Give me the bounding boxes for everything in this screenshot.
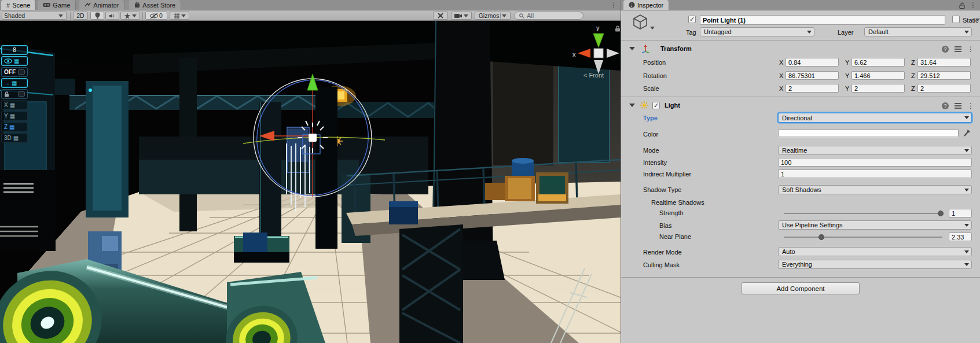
inspector-tabbar: i Inspector ⋮	[621, 0, 980, 10]
grid-visibility-button[interactable]	[170, 12, 189, 20]
light-component-icon	[640, 101, 649, 110]
preset-icon[interactable]	[955, 46, 961, 52]
tab-scene[interactable]: # Scene	[1, 0, 36, 10]
render-mode-dropdown[interactable]: Auto	[778, 247, 972, 256]
grid-visibility-toggle[interactable]: ▦	[1, 56, 28, 66]
inspector-menu-icon[interactable]: ⋮	[970, 1, 977, 9]
culling-mask-value: Everything	[782, 261, 812, 268]
axis-x-label: X	[4, 102, 8, 108]
tag-value: Untagged	[704, 28, 732, 35]
rotation-x-field[interactable]: 86.75301	[786, 71, 839, 80]
scale-x-field[interactable]: 2	[786, 84, 839, 93]
near-plane-slider[interactable]	[784, 233, 942, 241]
speaker-icon	[109, 13, 116, 19]
culling-mask-dropdown[interactable]: Everything	[778, 260, 972, 269]
strength-slider[interactable]	[784, 209, 942, 217]
light-type-dropdown[interactable]: Directional	[778, 113, 972, 123]
indirect-multiplier-label: Indirect Multiplier	[643, 171, 691, 178]
scene-viewport[interactable]: 8 ▦ OFF → ▦ X	[0, 21, 621, 343]
help-icon[interactable]: ?	[942, 102, 949, 109]
snap-value-button[interactable]: 8	[1, 45, 28, 55]
scene-camera-button[interactable]	[451, 12, 472, 20]
toggle-2d-button[interactable]: 2D	[73, 12, 88, 20]
component-menu-icon[interactable]: ⋮	[967, 102, 974, 110]
eye-slash-icon	[150, 13, 158, 19]
scene-effects-button[interactable]	[120, 12, 140, 20]
position-x-field[interactable]: 0.84	[786, 58, 839, 67]
tab-animator[interactable]: Animator	[79, 0, 124, 10]
tab-inspector-label: Inspector	[637, 2, 663, 9]
foldout-icon[interactable]	[629, 47, 635, 50]
snap-off-label: OFF	[4, 69, 16, 75]
hidden-objects-button[interactable]: 0	[145, 12, 167, 20]
arrow-right-icon: →	[4, 80, 10, 86]
scene-audio-button[interactable]	[105, 12, 119, 20]
rotation-z-field[interactable]: 29.512	[917, 71, 971, 80]
near-plane-field[interactable]: 2.33	[949, 233, 972, 241]
layer-label: Layer	[838, 29, 854, 36]
light-intensity-field[interactable]: 100	[778, 158, 972, 167]
asset-store-bag-icon	[134, 2, 140, 8]
layer-dropdown[interactable]: Default	[864, 27, 972, 36]
gameobject-name: Point Light (1)	[703, 17, 746, 24]
gizmo-cube[interactable]	[594, 49, 603, 58]
draw-mode-dropdown[interactable]: Shaded	[2, 12, 67, 20]
grid-snap-overlay: 8 ▦ OFF → ▦ X	[1, 45, 28, 143]
chevron-down-icon	[132, 14, 137, 17]
tag-dropdown[interactable]: Untagged	[700, 27, 814, 36]
gizmos-label: Gizmos	[479, 12, 500, 19]
foldout-icon[interactable]	[629, 104, 635, 107]
tag-label: Tag	[686, 29, 696, 36]
scene-search-text: All	[527, 12, 534, 19]
transform-header[interactable]: Transform	[621, 42, 980, 55]
help-icon[interactable]: ?	[942, 46, 949, 53]
bias-dropdown[interactable]: Use Pipeline Settings	[778, 220, 972, 230]
orientation-gizmo[interactable]: y x < Front	[571, 23, 621, 83]
grid-axis-x-button[interactable]: X ▦	[1, 100, 28, 110]
light-enabled-checkbox[interactable]: ✓	[652, 102, 660, 109]
tab-inspector[interactable]: i Inspector	[623, 0, 669, 10]
position-z-field[interactable]: 31.64	[917, 58, 971, 67]
unlock-icon[interactable]	[959, 2, 965, 9]
preset-icon[interactable]	[955, 103, 961, 109]
strength-field[interactable]: 1	[949, 209, 972, 217]
add-component-button[interactable]: Add Component	[742, 282, 860, 294]
eyedropper-icon[interactable]	[963, 128, 971, 138]
grid-3d-button[interactable]: 3D ▦	[1, 133, 28, 143]
static-flags-chevron[interactable]	[975, 19, 980, 21]
light-header[interactable]: ✓ Light	[621, 99, 980, 112]
scene-tab-menu-icon[interactable]: ⋮	[610, 1, 617, 9]
tab-asset-store[interactable]: Asset Store	[129, 0, 181, 10]
component-menu-icon[interactable]: ⋮	[967, 45, 974, 53]
light-mode-dropdown[interactable]: Realtime	[778, 146, 972, 155]
gameobject-enabled-checkbox[interactable]: ✓	[688, 16, 696, 23]
tab-game[interactable]: Game	[38, 0, 76, 10]
shadow-type-dropdown[interactable]: Soft Shadows	[778, 185, 972, 194]
rotation-y-field[interactable]: 1.466	[851, 71, 905, 80]
position-y-field[interactable]: 6.62	[851, 58, 905, 67]
snap-off-toggle[interactable]: OFF	[1, 67, 28, 77]
camera-icon	[454, 13, 463, 19]
gameobject-name-field[interactable]: Point Light (1)	[700, 15, 945, 25]
light-intensity-label: Intensity	[643, 159, 667, 166]
push-to-grid-button[interactable]: → ▦	[1, 78, 28, 88]
scene-lighting-button[interactable]	[90, 12, 104, 20]
light-color-swatch[interactable]	[778, 130, 959, 138]
lock-icon	[4, 91, 9, 97]
transform-icon	[641, 44, 650, 53]
light-type-value: Directional	[782, 115, 812, 121]
strength-label: Strength	[659, 209, 684, 216]
grid-3d-label: 3D	[4, 135, 12, 141]
scene-search-input[interactable]: All	[514, 12, 583, 20]
grid-axis-y-button[interactable]: Y ▦	[1, 111, 28, 121]
scale-y-field[interactable]: 2	[851, 84, 905, 93]
grid-lock-toggle[interactable]	[1, 89, 28, 99]
gameobject-icon-chevron[interactable]	[650, 27, 655, 29]
scene-tools-button[interactable]	[433, 12, 448, 20]
scale-z-field[interactable]: 2	[917, 84, 971, 93]
grid-axis-z-button[interactable]: Z ▦	[1, 122, 28, 132]
gizmo-lock-icon[interactable]	[615, 25, 621, 32]
static-checkbox[interactable]	[952, 16, 960, 23]
gizmos-dropdown[interactable]: Gizmos	[475, 12, 511, 20]
indirect-multiplier-field[interactable]: 1	[778, 169, 972, 178]
